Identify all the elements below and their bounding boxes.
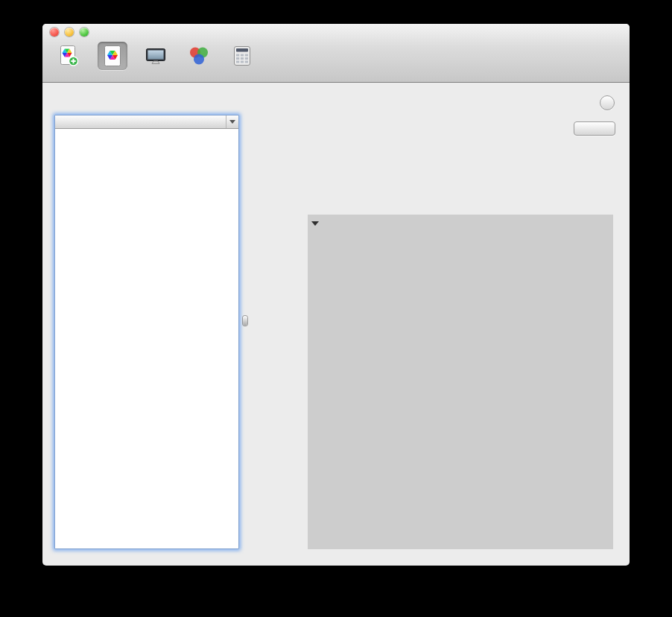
lab-plot-canvas[interactable] (308, 215, 613, 549)
open-button[interactable] (574, 121, 615, 136)
filters-icon (184, 42, 214, 70)
toolbar-item-filters[interactable] (181, 40, 217, 71)
calculator-icon (227, 42, 257, 70)
chevron-down-icon (311, 221, 319, 226)
profile-tree (55, 129, 238, 548)
profile-list-box (54, 115, 239, 549)
devices-icon (141, 42, 171, 70)
toolbar-item-devices[interactable] (138, 40, 174, 71)
minimize-button[interactable] (65, 28, 74, 37)
colorsync-utility-window (42, 24, 630, 566)
profile-column-header[interactable] (55, 116, 238, 129)
close-button[interactable] (50, 28, 59, 37)
toolbar-item-calculator[interactable] (224, 40, 260, 71)
zoom-button[interactable] (80, 28, 89, 37)
profile-first-aid-icon (54, 42, 84, 70)
lab-plot-area (308, 215, 613, 549)
toolbar (51, 40, 260, 82)
plot-type-dropdown[interactable] (311, 220, 320, 227)
help-button[interactable] (600, 95, 615, 110)
chevron-down-icon (229, 120, 235, 124)
profiles-icon (98, 42, 127, 70)
titlebar[interactable] (42, 24, 630, 40)
toolbar-item-profile-first-aid[interactable] (51, 40, 87, 71)
column-dropdown-button[interactable] (226, 116, 238, 128)
pane-splitter-handle[interactable] (243, 316, 247, 326)
window-chrome (42, 24, 630, 83)
toolbar-item-profiles[interactable] (95, 40, 130, 71)
traffic-lights (50, 28, 89, 37)
